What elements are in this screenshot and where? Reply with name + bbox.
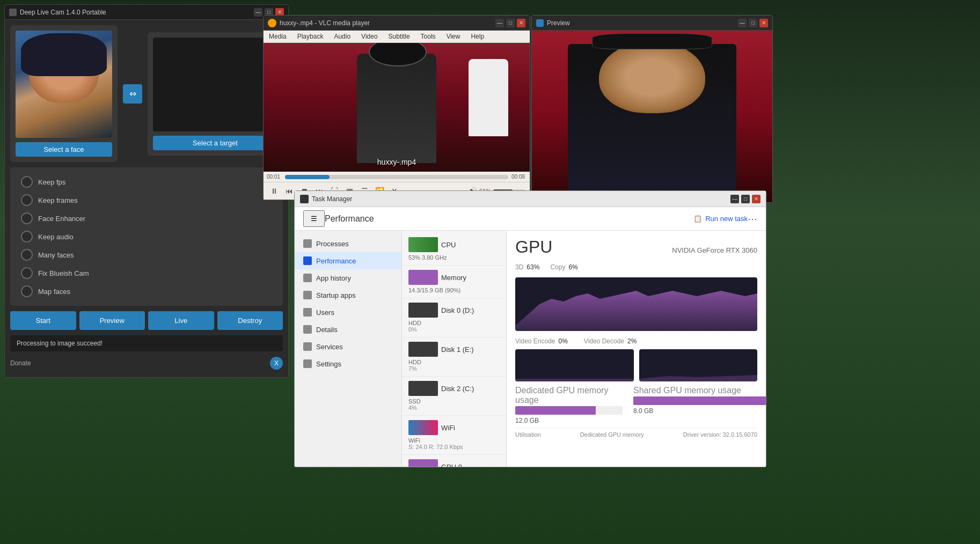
sidebar-item-performance[interactable]: Performance bbox=[295, 252, 401, 269]
swap-button[interactable]: ⇔ bbox=[123, 84, 142, 104]
perf-item-gpu0-name: GPU 0 bbox=[441, 463, 462, 467]
perf-mini-chart-disk1 bbox=[408, 342, 438, 357]
gpu-metrics-row: 3D 63% Copy 6% bbox=[515, 263, 757, 271]
select-face-button[interactable]: Select a face bbox=[16, 142, 112, 157]
taskman-minimize-button[interactable]: — bbox=[730, 195, 739, 203]
sidebar-item-users[interactable]: Users bbox=[295, 304, 401, 321]
startup-icon bbox=[303, 291, 312, 299]
toggle-keep-audio[interactable] bbox=[21, 231, 33, 242]
vlc-menu-audio[interactable]: Audio bbox=[328, 31, 356, 42]
live-button[interactable]: Live bbox=[148, 311, 214, 330]
status-bar: Processing to image succeed! bbox=[10, 335, 283, 351]
gpu-sub-metrics: Video Encode 0% Video Decode 2% bbox=[515, 337, 757, 345]
vlc-video-scene bbox=[264, 43, 530, 172]
minimize-button[interactable]: — bbox=[254, 8, 262, 17]
perf-item-cpu-name: CPU bbox=[441, 241, 456, 249]
many-faces-label: Many faces bbox=[38, 251, 74, 259]
driver-version-text: Driver version: bbox=[683, 431, 721, 438]
vlc-menu-video[interactable]: Video bbox=[356, 31, 383, 42]
sidebar-item-details[interactable]: Details bbox=[295, 321, 401, 338]
preview-video-area bbox=[532, 31, 772, 202]
perf-item-disk1-type: HDD bbox=[408, 359, 500, 365]
vlc-maximize-button[interactable]: □ bbox=[506, 19, 515, 27]
toggle-map-faces[interactable] bbox=[21, 285, 33, 297]
dlc-content: Select a face ⇔ Select a target Keep fps… bbox=[5, 20, 288, 377]
taskman-icon bbox=[300, 195, 309, 203]
gpu-3d-val: 63% bbox=[526, 263, 539, 271]
video-decode-val: 2% bbox=[627, 337, 637, 345]
vlc-minimize-button[interactable]: — bbox=[495, 19, 504, 27]
services-icon bbox=[303, 342, 312, 351]
run-new-task-button[interactable]: 📋 Run new task bbox=[693, 215, 748, 223]
vlc-menu-tools[interactable]: Tools bbox=[415, 31, 441, 42]
option-keep-frames: Keep frames bbox=[21, 194, 272, 206]
toggle-many-faces[interactable] bbox=[21, 249, 33, 261]
dedicated-memory-fill bbox=[515, 406, 596, 415]
perf-item-disk0[interactable]: Disk 0 (D:) HDD 0% bbox=[402, 298, 506, 337]
face-target-row: Select a face ⇔ Select a target bbox=[10, 25, 283, 162]
sidebar-item-processes[interactable]: Processes bbox=[295, 235, 401, 252]
toggle-keep-frames[interactable] bbox=[21, 194, 33, 206]
sidebar-item-settings[interactable]: Settings bbox=[295, 355, 401, 372]
preview-cap bbox=[592, 33, 712, 49]
preview-minimize-button[interactable]: — bbox=[738, 19, 747, 27]
video-decode-chart bbox=[639, 349, 758, 381]
video-encode-chart bbox=[515, 349, 634, 381]
preview-button[interactable]: Preview bbox=[79, 311, 145, 330]
sidebar-item-services[interactable]: Services bbox=[295, 338, 401, 355]
taskman-maximize-button[interactable]: □ bbox=[741, 195, 750, 203]
perf-item-cpu[interactable]: CPU 53% 3.80 GHz bbox=[402, 233, 506, 266]
sidebar-item-startup[interactable]: Startup apps bbox=[295, 286, 401, 304]
vlc-menu-media[interactable]: Media bbox=[264, 31, 292, 42]
vlc-seekbar[interactable] bbox=[285, 175, 508, 179]
taskman-hamburger-button[interactable]: ☰ bbox=[303, 210, 325, 227]
select-target-button[interactable]: Select a target bbox=[153, 136, 277, 150]
toggle-fix-blueish[interactable] bbox=[21, 267, 33, 279]
perf-item-disk1-name: Disk 1 (E:) bbox=[441, 345, 474, 354]
vlc-main-figure bbox=[357, 54, 437, 163]
vlc-menu-playback[interactable]: Playback bbox=[292, 31, 329, 42]
run-task-label: Run new task bbox=[705, 215, 748, 223]
perf-item-disk1[interactable]: Disk 1 (E:) HDD 7% bbox=[402, 337, 506, 377]
perf-item-disk2[interactable]: Disk 2 (C:) SSD 4% bbox=[402, 377, 506, 416]
dlc-app-icon bbox=[9, 9, 17, 16]
destroy-button[interactable]: Destroy bbox=[217, 311, 283, 330]
taskman-close-button[interactable]: ✕ bbox=[752, 195, 760, 203]
vlc-menu-view[interactable]: View bbox=[441, 31, 466, 42]
preview-close-button[interactable]: ✕ bbox=[759, 19, 768, 27]
gpu-sub-charts-row bbox=[515, 349, 757, 381]
perf-item-gpu0[interactable]: GPU 0 NVIDIA GeForce R... 63% (58 °C) bbox=[402, 455, 506, 467]
toggle-face-enhancer[interactable] bbox=[21, 212, 33, 224]
perf-item-gpu0-header: GPU 0 bbox=[408, 459, 500, 467]
shared-memory-section: Shared GPU memory usage 8.0 GB bbox=[633, 386, 766, 424]
perf-item-wifi-speed: S: 24.0 R: 72.0 Kbps bbox=[408, 444, 500, 450]
perf-item-memory-name: Memory bbox=[441, 274, 466, 282]
perf-item-wifi[interactable]: WiFi WiFi S: 24.0 R: 72.0 Kbps bbox=[402, 416, 506, 455]
preview-window: Preview — □ ✕ bbox=[531, 15, 773, 203]
preview-maximize-button[interactable]: □ bbox=[749, 19, 757, 27]
option-fix-blueish: Fix Blueish Cam bbox=[21, 267, 272, 279]
taskman-sidebar: Processes Performance App history Startu… bbox=[295, 231, 402, 467]
perf-item-memory[interactable]: Memory 14.3/15.9 GB (90%) bbox=[402, 266, 506, 298]
vlc-pause-button[interactable]: ⏸ bbox=[268, 185, 281, 197]
vlc-close-button[interactable]: ✕ bbox=[517, 19, 525, 27]
perf-item-disk0-type: HDD bbox=[408, 320, 500, 326]
sidebar-item-app-history[interactable]: App history bbox=[295, 269, 401, 286]
gpu-copy-label: Copy bbox=[550, 263, 565, 271]
vlc-video-title: huxxy-.mp4 bbox=[264, 158, 530, 166]
more-options-button[interactable]: ⋯ bbox=[748, 213, 757, 225]
donate-close-button[interactable]: X bbox=[270, 357, 283, 370]
deep-live-cam-window: Deep Live Cam 1.4.0 Portable — □ ✕ Selec… bbox=[4, 4, 289, 378]
start-button[interactable]: Start bbox=[10, 311, 76, 330]
perf-item-cpu-detail: 53% 3.80 GHz bbox=[408, 254, 500, 261]
gpu-3d-label: 3D bbox=[515, 263, 523, 271]
vlc-progress-bar-area: 00:01 00:08 bbox=[264, 172, 530, 182]
toggle-keep-fps[interactable] bbox=[21, 176, 33, 188]
gpu-metric-3d: 3D 63% bbox=[515, 263, 539, 271]
vlc-menu-help[interactable]: Help bbox=[465, 31, 489, 42]
perf-mini-chart-disk2 bbox=[408, 381, 438, 396]
vlc-menu-subtitle[interactable]: Subtitle bbox=[383, 31, 415, 42]
taskman-performance-label: Performance bbox=[325, 214, 374, 224]
dedicated-memory-label: Dedicated GPU memory usage bbox=[515, 386, 623, 405]
option-many-faces: Many faces bbox=[21, 249, 272, 261]
